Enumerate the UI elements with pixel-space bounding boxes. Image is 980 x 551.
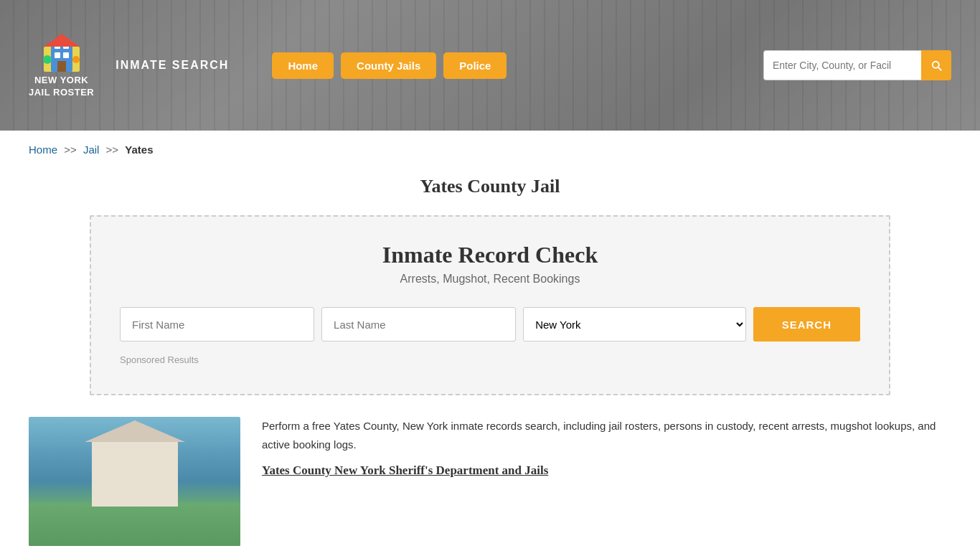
first-name-input[interactable] [120,307,314,342]
state-select[interactable]: AlabamaAlaskaArizonaArkansasCaliforniaCo… [523,307,746,342]
description-subtitle: Yates County New York Sheriff's Departme… [262,463,951,478]
building-shape [92,442,178,507]
breadcrumb-current: Yates [125,143,153,156]
nav-police-button[interactable]: Police [443,52,507,79]
svg-rect-5 [63,52,69,58]
site-header: NEW YORK JAIL ROSTER INMATE SEARCH Home … [0,0,980,131]
jail-image [29,417,240,546]
inmate-search-form: AlabamaAlaskaArizonaArkansasCaliforniaCo… [120,307,860,342]
svg-point-9 [72,56,80,63]
breadcrumb-jail-link[interactable]: Jail [83,143,100,156]
last-name-input[interactable] [321,307,516,342]
page-title: Yates County Jail [0,176,980,197]
breadcrumb-home-link[interactable]: Home [29,143,57,156]
nav-home-button[interactable]: Home [272,52,334,79]
description-area: Perform a free Yates County, New York in… [262,417,951,478]
record-check-box: Inmate Record Check Arrests, Mugshot, Re… [90,215,890,395]
search-submit-button[interactable]: SEARCH [753,307,860,342]
logo-text: NEW YORK JAIL ROSTER [29,75,94,99]
record-check-subtitle: Arrests, Mugshot, Recent Bookings [120,273,860,286]
header-search-bar [763,50,951,80]
logo-icon [40,32,83,72]
nav-buttons: Home County Jails Police [272,52,507,79]
search-icon [930,59,943,72]
sponsored-results-label: Sponsored Results [120,354,860,365]
svg-point-8 [43,55,52,64]
bottom-section: Perform a free Yates County, New York in… [0,395,980,551]
logo-area: NEW YORK JAIL ROSTER [29,32,94,99]
header-search-button[interactable] [921,50,951,80]
breadcrumb-sep2: >> [106,143,119,156]
record-check-title: Inmate Record Check [120,242,860,268]
svg-rect-6 [57,61,66,72]
breadcrumb-sep1: >> [64,143,77,156]
header-search-input[interactable] [763,50,921,80]
header-content: NEW YORK JAIL ROSTER INMATE SEARCH Home … [0,0,980,131]
breadcrumb: Home >> Jail >> Yates [0,131,980,169]
svg-rect-4 [55,52,60,58]
nav-county-jails-button[interactable]: County Jails [341,52,436,79]
svg-marker-7 [44,34,80,47]
description-paragraph: Perform a free Yates County, New York in… [262,417,951,453]
inmate-search-label: INMATE SEARCH [116,59,229,72]
